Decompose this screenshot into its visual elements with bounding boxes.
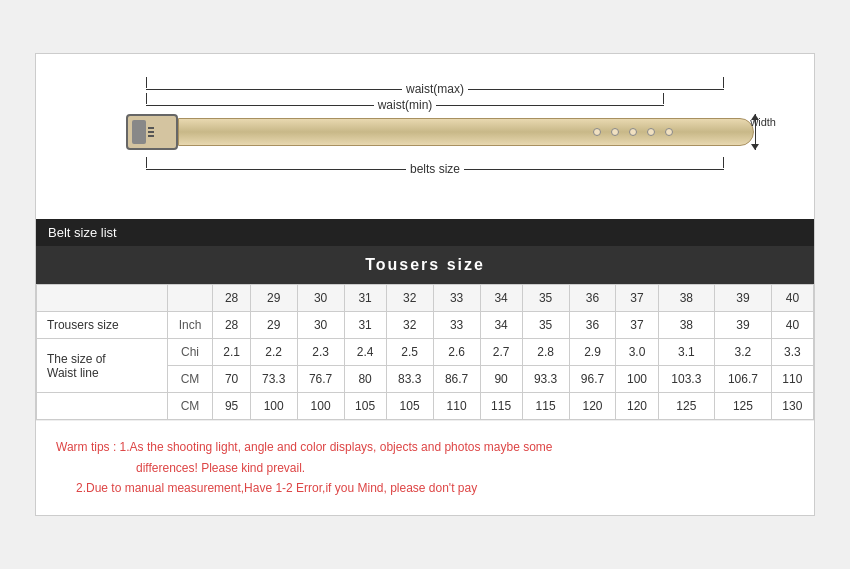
cm-35: 93.3 bbox=[522, 366, 569, 393]
cm-31: 80 bbox=[344, 366, 386, 393]
table-section: Tousers size 28 29 30 31 32 33 34 35 36 … bbox=[36, 246, 814, 420]
cm2-39: 125 bbox=[715, 393, 772, 420]
cm2-29: 100 bbox=[250, 393, 297, 420]
size-table: 28 29 30 31 32 33 34 35 36 37 38 39 40 T… bbox=[36, 284, 814, 420]
ts-37: 37 bbox=[616, 312, 658, 339]
header-34: 34 bbox=[480, 285, 522, 312]
header-trousers-size bbox=[37, 285, 168, 312]
belts-size-line: belts size bbox=[146, 162, 724, 176]
cm-30: 76.7 bbox=[297, 366, 344, 393]
ts-31: 31 bbox=[344, 312, 386, 339]
cm-34: 90 bbox=[480, 366, 522, 393]
cm-39: 106.7 bbox=[715, 366, 772, 393]
tips-line3: 2.Due to manual measurement,Have 1-2 Err… bbox=[56, 478, 794, 498]
cm2-unit: CM bbox=[167, 393, 213, 420]
cm2-28: 95 bbox=[213, 393, 250, 420]
ts-36: 36 bbox=[569, 312, 616, 339]
header-30: 30 bbox=[297, 285, 344, 312]
cm-38: 103.3 bbox=[658, 366, 715, 393]
waist-max-tick-left bbox=[146, 77, 147, 88]
chi-28: 2.1 bbox=[213, 339, 250, 366]
cm2-34: 115 bbox=[480, 393, 522, 420]
table-header-label-row: Trousers size Inch 28 29 30 31 32 33 34 … bbox=[37, 312, 814, 339]
cm2-35: 115 bbox=[522, 393, 569, 420]
cm-32: 83.3 bbox=[386, 366, 433, 393]
cm-40: 110 bbox=[771, 366, 813, 393]
header-37: 37 bbox=[616, 285, 658, 312]
header-29: 29 bbox=[250, 285, 297, 312]
cm2-30: 100 bbox=[297, 393, 344, 420]
header-31: 31 bbox=[344, 285, 386, 312]
chi-33: 2.6 bbox=[433, 339, 480, 366]
chi-38: 3.1 bbox=[658, 339, 715, 366]
chi-37: 3.0 bbox=[616, 339, 658, 366]
ts-32: 32 bbox=[386, 312, 433, 339]
belt-hole-5 bbox=[665, 128, 673, 136]
belts-size-tick-right bbox=[723, 157, 724, 168]
waist-max-tick-right bbox=[723, 77, 724, 88]
cm2-40: 130 bbox=[771, 393, 813, 420]
table-header-row: 28 29 30 31 32 33 34 35 36 37 38 39 40 bbox=[37, 285, 814, 312]
chi-29: 2.2 bbox=[250, 339, 297, 366]
cm-37: 100 bbox=[616, 366, 658, 393]
size-of-waist-label: The size ofWaist line bbox=[37, 339, 168, 393]
cm2-label bbox=[37, 393, 168, 420]
ts-38: 38 bbox=[658, 312, 715, 339]
cm2-row: CM 95 100 100 105 105 110 115 115 120 12… bbox=[37, 393, 814, 420]
cm2-36: 120 bbox=[569, 393, 616, 420]
header-40: 40 bbox=[771, 285, 813, 312]
cm2-32: 105 bbox=[386, 393, 433, 420]
chi-32: 2.5 bbox=[386, 339, 433, 366]
ts-29: 29 bbox=[250, 312, 297, 339]
belt-hole-1 bbox=[593, 128, 601, 136]
belt-buckle bbox=[126, 114, 178, 150]
belts-size-tick-left bbox=[146, 157, 147, 168]
belt-diagram: waist(max) waist(min) bbox=[36, 54, 814, 219]
cm-unit: CM bbox=[167, 366, 213, 393]
header-39: 39 bbox=[715, 285, 772, 312]
header-32: 32 bbox=[386, 285, 433, 312]
belts-size-label: belts size bbox=[406, 162, 464, 176]
chi-35: 2.8 bbox=[522, 339, 569, 366]
cm-36: 96.7 bbox=[569, 366, 616, 393]
header-35: 35 bbox=[522, 285, 569, 312]
diagram-inner: waist(max) waist(min) bbox=[66, 74, 784, 204]
ts-34: 34 bbox=[480, 312, 522, 339]
ts-39: 39 bbox=[715, 312, 772, 339]
belt-hole-3 bbox=[629, 128, 637, 136]
ts-40: 40 bbox=[771, 312, 813, 339]
cm2-38: 125 bbox=[658, 393, 715, 420]
belt-hole-4 bbox=[647, 128, 655, 136]
waist-min-label: waist(min) bbox=[374, 98, 437, 112]
main-container: waist(max) waist(min) bbox=[35, 53, 815, 515]
cm-28: 70 bbox=[213, 366, 250, 393]
chi-unit: Chi bbox=[167, 339, 213, 366]
belt-holes bbox=[593, 128, 673, 136]
ts-28: 28 bbox=[213, 312, 250, 339]
belt-visual bbox=[126, 112, 754, 152]
ts-30: 30 bbox=[297, 312, 344, 339]
waist-max-line: waist(max) bbox=[146, 82, 724, 96]
waist-min-line: waist(min) bbox=[146, 98, 664, 112]
section-header-label: Belt size list bbox=[48, 225, 117, 240]
width-label: width bbox=[750, 116, 776, 128]
waist-min-tick-right bbox=[663, 93, 664, 104]
chi-39: 3.2 bbox=[715, 339, 772, 366]
header-28: 28 bbox=[213, 285, 250, 312]
belt-strap bbox=[178, 118, 754, 146]
inch-unit: Inch bbox=[167, 312, 213, 339]
tips-line1: Warm tips : 1.As the shooting light, ang… bbox=[56, 437, 794, 457]
chi-34: 2.7 bbox=[480, 339, 522, 366]
cm2-37: 120 bbox=[616, 393, 658, 420]
waist-min-tick-left bbox=[146, 93, 147, 104]
tips-line2: differences! Please kind prevail. bbox=[56, 458, 794, 478]
section-header: Belt size list bbox=[36, 219, 814, 246]
cm-33: 86.7 bbox=[433, 366, 480, 393]
header-33: 33 bbox=[433, 285, 480, 312]
trousers-size-label: Trousers size bbox=[37, 312, 168, 339]
header-unit bbox=[167, 285, 213, 312]
header-38: 38 bbox=[658, 285, 715, 312]
chi-31: 2.4 bbox=[344, 339, 386, 366]
cm-29: 73.3 bbox=[250, 366, 297, 393]
table-title: Tousers size bbox=[36, 246, 814, 284]
